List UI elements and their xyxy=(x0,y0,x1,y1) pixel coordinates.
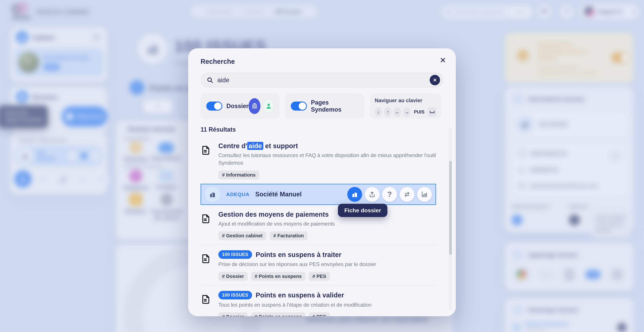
clear-search-button[interactable]: ✕ xyxy=(430,75,440,85)
dossier-toggle[interactable] xyxy=(206,102,222,111)
pages-toggle-label: Pages Syndemos xyxy=(311,99,358,113)
dossier-actions: ? Fiche dossier xyxy=(347,187,432,202)
app-root: ESPACE CABINET Dashboard / Dossiers / 10… xyxy=(0,0,644,332)
document-icon xyxy=(200,213,211,224)
arrow-up-key-icon: ↑ xyxy=(384,107,392,117)
filter-pages: Pages Syndemos xyxy=(285,94,364,119)
result-title: Gestion des moyens de paiements xyxy=(218,210,335,218)
question-icon: ? xyxy=(388,190,392,199)
modal-search-field[interactable]: ✕ xyxy=(200,73,444,88)
keyboard-hint-title: Naviguer au clavier xyxy=(375,98,436,104)
result-tag: # PES xyxy=(309,272,330,281)
upload-icon xyxy=(368,191,376,198)
search-match-highlight: aide xyxy=(247,142,263,150)
buildings-icon xyxy=(351,191,358,198)
dossier-code-badge: ADEQUA xyxy=(226,191,250,197)
dossier-help-button[interactable]: ? xyxy=(382,187,397,202)
stats-button[interactable] xyxy=(417,187,432,202)
arrow-left-key-icon: ← xyxy=(394,107,401,117)
result-tag: # Facturation xyxy=(270,231,308,240)
result-title: Points en suspens à traiter xyxy=(256,251,342,259)
dossier-toggle-label: Dossier xyxy=(226,103,248,110)
results-scrollbar[interactable] xyxy=(449,127,452,310)
clear-icon: ✕ xyxy=(433,77,437,83)
person-filter-button[interactable] xyxy=(263,99,274,113)
result-description: Ajout et modification de vos moyens de p… xyxy=(218,220,335,228)
keyboard-hint-card: Naviguer au clavier ↓ ↑ ← → PUIS xyxy=(370,94,442,119)
bank-icon xyxy=(250,102,258,110)
bar-chart-icon xyxy=(421,191,428,198)
search-modal: Recherche ✕ ✕ Dossier Pages S xyxy=(188,48,456,316)
transfer-button[interactable] xyxy=(400,187,414,202)
bank-filter-button[interactable] xyxy=(248,98,260,114)
document-icon xyxy=(200,144,211,156)
result-row-dossier-selected[interactable]: ADEQUA Société Manuel ? xyxy=(200,184,436,205)
result-title: Centre d'aide et support xyxy=(218,142,436,150)
filter-dossier: Dossier xyxy=(200,94,280,119)
arrow-right-key-icon: → xyxy=(403,107,410,117)
result-tag: # PES xyxy=(309,312,330,316)
action-tooltip: Fiche dossier xyxy=(338,204,388,217)
result-tag: # Informations xyxy=(218,171,259,179)
result-tag: # Points en suspens xyxy=(251,312,306,316)
results-count: 11 Résultats xyxy=(200,126,444,133)
result-description: Prise de décision sur les réponses aux P… xyxy=(218,260,376,268)
results-list: Centre d'aide et support Consultez les t… xyxy=(200,136,444,316)
result-tag: # Dossier xyxy=(218,312,248,316)
result-tag: # Gestion cabinet xyxy=(218,231,266,240)
result-row-pes-valider[interactable]: 100 ISSUES Points en suspens à valider T… xyxy=(200,285,436,316)
person-icon xyxy=(265,102,272,110)
keyboard-then-label: PUIS xyxy=(414,109,424,115)
swap-arrows-icon xyxy=(403,190,411,198)
search-icon xyxy=(206,77,213,83)
pages-toggle[interactable] xyxy=(291,102,307,111)
buildings-icon xyxy=(209,190,216,198)
result-description: Tous les points en suspens à l'étape de … xyxy=(218,301,372,309)
dossier-name: Société Manuel xyxy=(255,191,302,198)
scrollbar-thumb[interactable] xyxy=(449,161,452,255)
result-row-pes-traiter[interactable]: 100 ISSUES Points en suspens à traiter P… xyxy=(200,244,436,285)
document-icon xyxy=(200,253,211,264)
result-row-paiements[interactable]: Gestion des moyens de paiements Ajout et… xyxy=(200,205,436,244)
arrow-down-key-icon: ↓ xyxy=(375,107,382,117)
search-input[interactable] xyxy=(217,76,430,84)
dossier-badge: 100 ISSUES xyxy=(218,250,252,259)
result-row-help-center[interactable]: Centre d'aide et support Consultez les t… xyxy=(200,136,436,184)
export-button[interactable] xyxy=(365,187,380,202)
document-icon xyxy=(200,293,211,305)
result-tag: # Dossier xyxy=(218,272,248,281)
close-icon[interactable]: ✕ xyxy=(440,56,446,64)
modal-title: Recherche xyxy=(200,58,444,65)
dossier-sheet-button[interactable] xyxy=(347,187,362,202)
enter-key-icon xyxy=(428,107,436,117)
result-description: Consultez les tutoriaux ressources et FA… xyxy=(218,152,436,167)
dossier-badge: 100 ISSUES xyxy=(218,291,252,299)
result-title: Points en suspens à valider xyxy=(256,291,344,299)
result-tag: # Points en suspens xyxy=(251,272,306,281)
